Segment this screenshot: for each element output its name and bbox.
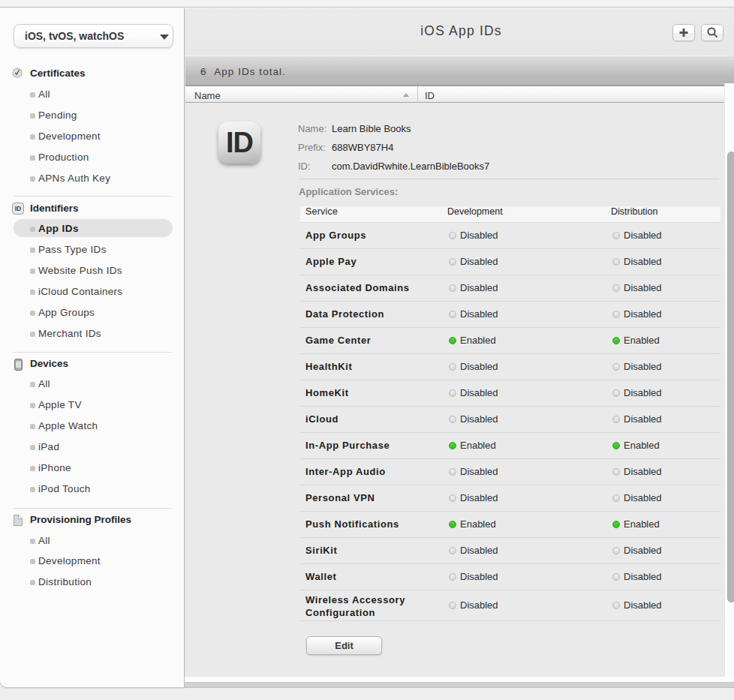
svg-text:ID: ID [15, 205, 22, 212]
